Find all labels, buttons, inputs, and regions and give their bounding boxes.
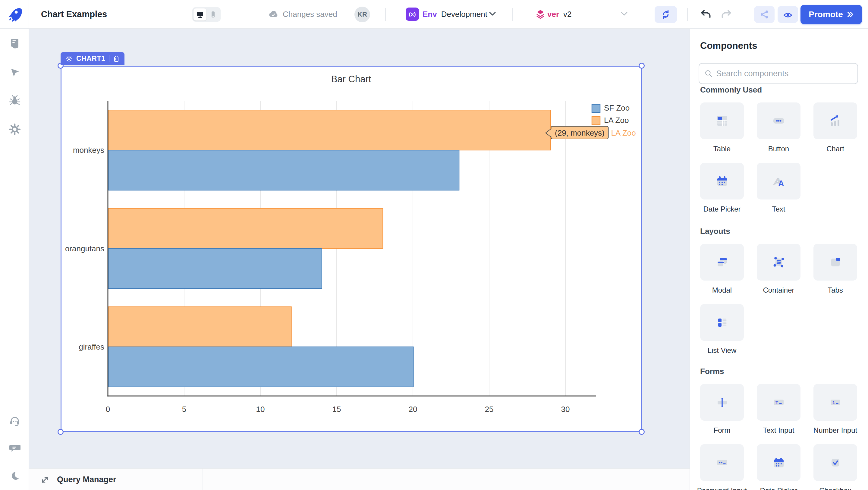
preview-button[interactable] [778,6,798,23]
nav-settings[interactable] [0,123,29,135]
component-section: LayoutsModalContainerTabsList View [700,226,863,355]
modal-icon [715,255,730,269]
theme-toggle[interactable] [0,471,29,482]
x-tick-label: 25 [485,405,494,414]
query-manager-toggle[interactable]: Query Manager [41,469,116,490]
search-input[interactable] [716,69,852,78]
section-label: Forms [700,367,863,376]
resize-handle-bottom-left[interactable] [58,429,64,435]
component-card-tile[interactable] [700,384,744,421]
component-card-text-input[interactable]: TText Input [757,384,801,434]
component-card-tile[interactable] [700,304,744,341]
component-card-chart[interactable]: Chart [813,102,857,153]
component-card-text[interactable]: AAText [757,163,801,213]
env-selector[interactable]: (x) Env Development [406,0,487,28]
feedback-chat[interactable] [0,442,29,454]
share-button[interactable] [754,6,775,23]
component-card-tile[interactable] [757,444,801,481]
redo-icon[interactable] [721,9,732,19]
resize-handle-top-right[interactable] [639,63,645,69]
env-chevron-down-icon[interactable] [489,11,496,17]
component-card-label: Text Input [763,426,794,434]
cloud-check-icon [268,9,278,19]
component-card-tabs[interactable]: Tabs [813,244,857,295]
x-tick-label: 0 [106,405,110,414]
button-icon [772,114,786,128]
component-card-password-input[interactable]: Password Input [700,444,744,490]
component-card-button[interactable]: Button [757,102,801,153]
nav-editor[interactable] [0,37,29,50]
component-card-tile[interactable] [700,244,744,281]
share-icon [760,10,769,19]
component-card-tile[interactable] [700,444,744,481]
component-card-tile[interactable] [700,163,744,200]
component-card-tile[interactable]: 1 [813,384,857,421]
version-chevron-down-icon[interactable] [620,11,628,17]
svg-text:T: T [775,400,778,405]
tooltip-series-label: LA Zoo [611,128,636,137]
component-card-label: Table [713,145,731,153]
version-selector[interactable]: ver v2 [536,0,572,28]
resize-handle-bottom-right[interactable] [639,429,645,435]
component-search[interactable] [699,63,858,84]
chart-widget[interactable]: Bar Chart051015202530monkeysorangutansgi… [61,66,642,432]
component-card-date-picker[interactable]: Date Picker [757,444,801,490]
component-card-date-picker[interactable]: Date Picker [700,163,744,213]
component-card-checkbox[interactable]: Checkbox [813,444,857,490]
numberinput-icon: 1 [828,395,843,409]
editor-canvas[interactable]: CHART1 Bar Chart051015202530monkeysorang… [29,29,689,490]
chat-bubble-icon [9,442,21,454]
help-support[interactable] [0,415,29,427]
component-card-tile[interactable]: AA [757,163,801,200]
component-card-tile[interactable]: T [757,384,801,421]
component-card-number-input[interactable]: 1Number Input [813,384,857,434]
desktop-toggle[interactable] [193,8,207,21]
component-card-label: Container [763,286,794,295]
divider [385,8,386,21]
widget-badge[interactable]: CHART1 [61,52,124,65]
component-card-tile[interactable] [813,244,857,281]
form-icon [715,395,730,409]
component-card-label: Checkbox [819,486,851,490]
component-card-tile[interactable] [700,102,744,139]
gear-icon [8,123,21,135]
component-card-table[interactable]: Table [700,102,744,153]
env-icon: (x) [406,7,419,21]
nav-debug[interactable] [0,94,29,107]
query-manager-label: Query Manager [57,475,116,484]
legend-label: LA Zoo [604,116,629,125]
promote-button[interactable]: Promote [801,5,862,24]
sync-button[interactable] [655,6,677,23]
save-status: Changes saved [268,0,337,28]
page-title: Chart Examples [41,0,107,28]
widget-settings-gear-icon[interactable] [65,55,73,62]
nav-deploy[interactable] [0,66,29,78]
component-sections: Commonly UsedTableButtonChartDate Picker… [700,85,863,490]
app-logo[interactable] [0,0,29,28]
x-tick-label: 20 [409,405,417,414]
component-card-form[interactable]: Form [700,384,744,434]
checkbox-icon [828,455,843,470]
undo-icon[interactable] [701,9,711,19]
avatar[interactable]: KR [354,7,370,22]
tooltip-text: (29, monkeys) [555,128,604,137]
x-tick-label: 5 [182,405,186,414]
component-card-container[interactable]: Container [757,244,801,295]
bars [108,110,551,387]
component-card-tile[interactable] [757,244,801,281]
trash-icon[interactable] [113,55,120,62]
chart-title: Bar Chart [331,74,371,84]
component-card-tile[interactable] [813,444,857,481]
component-card-list-view[interactable]: List View [700,304,744,355]
component-card-tile[interactable] [813,102,857,139]
y-category-labels: monkeysorangutansgiraffes [65,146,104,351]
x-tick-label: 10 [256,405,265,414]
device-toggle[interactable] [192,7,221,22]
legend: SF ZooLA Zoo [592,103,629,125]
component-card-label: Date Picker [760,486,797,490]
components-panel: Components Commonly UsedTableButtonChart… [689,29,868,490]
mobile-toggle[interactable] [207,8,219,21]
datepicker-icon [715,174,730,188]
component-card-tile[interactable] [757,102,801,139]
component-card-modal[interactable]: Modal [700,244,744,295]
